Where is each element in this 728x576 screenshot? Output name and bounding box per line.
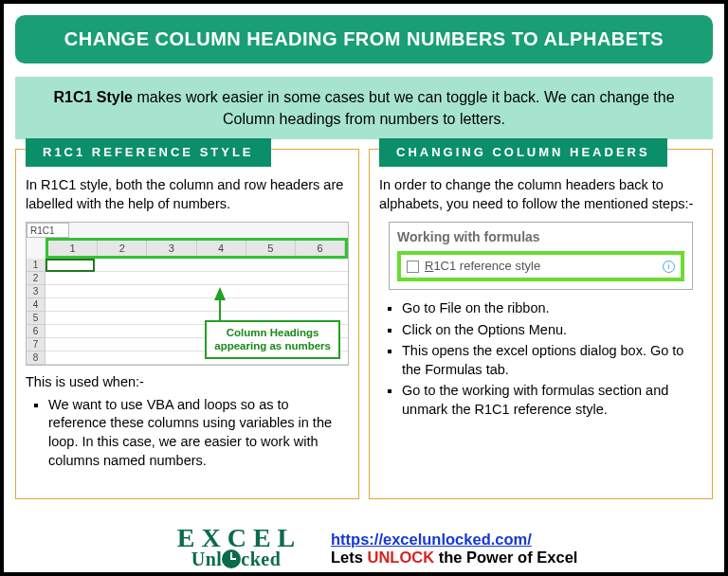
- logo-line2: Unlcked: [155, 549, 317, 568]
- excel-namebox: R1C1: [27, 223, 69, 238]
- tagline: Lets UNLOCK the Power of Excel: [331, 549, 577, 566]
- logo-line1: E X C E L: [155, 527, 317, 549]
- brand-logo: E X C E L Unlcked: [155, 527, 317, 568]
- info-icon: i: [663, 261, 675, 273]
- callout-box: Column Headings appearing as numbers: [205, 320, 340, 360]
- callout-line1: Column Headings: [227, 327, 319, 338]
- checkbox-label: R1C1 reference style: [425, 258, 540, 275]
- row-num: 7: [27, 338, 46, 351]
- row-num: 3: [27, 285, 46, 298]
- used-when-label: This is used when:-: [26, 373, 349, 392]
- right-intro: In order to change the column headers ba…: [379, 176, 702, 213]
- tagline-a: Lets: [331, 549, 368, 566]
- arrow-up-icon: [214, 287, 226, 300]
- list-item: Click on the Options Menu.: [402, 321, 702, 340]
- list-item: Go to File on the ribbon.: [402, 299, 702, 318]
- left-bullets: We want to use VBA and loops so as to re…: [26, 396, 349, 470]
- clock-icon: [222, 549, 241, 568]
- row-headers: 1 2 3 4 5 6 7 8: [27, 259, 46, 365]
- selected-cell: [46, 259, 95, 272]
- col-head: 1: [48, 241, 98, 257]
- right-panel-header: CHANGING COLUMN HEADERS: [379, 138, 667, 167]
- subtitle-bold: R1C1 Style: [53, 89, 133, 105]
- col-head: 5: [246, 241, 296, 257]
- working-with-formulas-label: Working with formulas: [397, 228, 684, 246]
- left-panel: R1C1 REFERENCE STYLE In R1C1 style, both…: [15, 149, 359, 499]
- left-intro: In R1C1 style, both the column and row h…: [26, 176, 349, 213]
- callout-line2: appearing as numbers: [214, 340, 331, 351]
- footer-text: https://excelunlocked.com/ Lets UNLOCK t…: [331, 531, 577, 567]
- row-num: 4: [27, 298, 46, 312]
- page-title: CHANGE COLUMN HEADING FROM NUMBERS TO AL…: [15, 15, 713, 63]
- col-head: 2: [98, 241, 147, 257]
- row-num: 1: [27, 259, 46, 272]
- row-num: 8: [27, 351, 46, 365]
- subtitle-banner: R1C1 Style makes work easier in some cas…: [15, 77, 713, 139]
- col-head: 3: [147, 241, 196, 257]
- list-item: This opens the excel options dialog box.…: [402, 342, 702, 379]
- subtitle-text: makes work easier in some cases but we c…: [133, 89, 675, 127]
- list-item: We want to use VBA and loops so as to re…: [48, 396, 349, 470]
- checkbox-accel: R: [425, 259, 433, 273]
- excel-grid-figure: R1C1 1 2 3 4 5 6 1 2 3 4 5 6 7 8: [26, 222, 349, 367]
- cell-area: Column Headings appearing as numbers: [46, 259, 348, 365]
- tagline-unlock: UNLOCK: [368, 549, 435, 566]
- steps-list: Go to File on the ribbon. Click on the O…: [379, 299, 702, 419]
- col-head: 4: [197, 241, 246, 257]
- logo-text: cked: [241, 549, 281, 569]
- logo-text: Unl: [191, 549, 223, 569]
- website-link[interactable]: https://excelunlocked.com/: [331, 531, 532, 548]
- right-panel: CHANGING COLUMN HEADERS In order to chan…: [369, 149, 713, 499]
- formula-options-figure: Working with formulas R1C1 reference sty…: [389, 222, 693, 290]
- two-column-layout: R1C1 REFERENCE STYLE In R1C1 style, both…: [15, 149, 713, 499]
- left-panel-header: R1C1 REFERENCE STYLE: [26, 138, 271, 167]
- checkbox-icon: [407, 261, 419, 273]
- row-num: 6: [27, 325, 46, 338]
- tagline-b: the Power of Excel: [434, 549, 577, 566]
- row-num: 2: [27, 272, 46, 285]
- row-num: 5: [27, 312, 46, 325]
- checkbox-label-rest: 1C1 reference style: [433, 259, 540, 273]
- r1c1-checkbox-row: R1C1 reference style i: [397, 251, 684, 281]
- col-head: 6: [296, 241, 345, 257]
- list-item: Go to the working with formulas section …: [402, 382, 702, 419]
- column-headers-row: 1 2 3 4 5 6: [46, 238, 348, 260]
